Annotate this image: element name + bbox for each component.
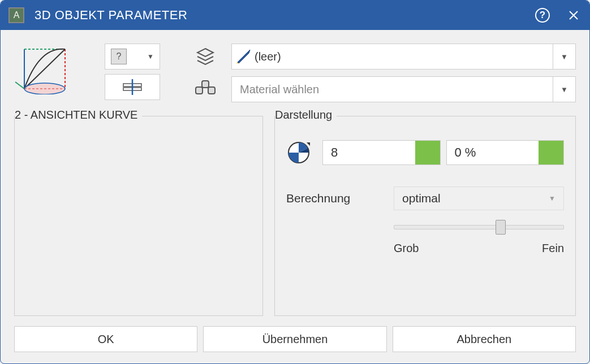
symbol-type-dropdown[interactable]: ? ▼ xyxy=(105,44,160,70)
resolution-icon xyxy=(286,140,311,165)
tool-buttons: ? ▼ xyxy=(105,44,160,102)
chevron-down-icon: ▼ xyxy=(549,194,555,202)
window-title: 3D OBJEKT PARAMETER xyxy=(35,8,535,23)
help-button[interactable]: ? xyxy=(535,8,550,23)
detail-slider-area: Grob Fein xyxy=(394,225,564,255)
percent-stepper[interactable] xyxy=(539,141,563,164)
resolution-value: 8 xyxy=(323,145,338,160)
material-select[interactable]: Material wählen ▼ xyxy=(231,76,576,102)
resolution-inputs: 8 0 % xyxy=(322,140,564,165)
slider-labels: Grob Fein xyxy=(394,242,564,255)
app-icon: A xyxy=(8,7,24,23)
section-icon xyxy=(121,79,144,95)
darstellung-legend: Darstellung xyxy=(275,109,337,122)
berechnung-label: Berechnung xyxy=(286,192,371,205)
slider-right-label: Fein xyxy=(542,242,564,255)
percent-input[interactable]: 0 % xyxy=(446,140,565,165)
svg-rect-6 xyxy=(208,87,215,94)
resolution-stepper[interactable] xyxy=(415,141,440,164)
main-row: 2 - ANSICHTEN KURVE Darstellung xyxy=(14,116,576,316)
top-left-group: ? ▼ xyxy=(14,44,160,102)
berechnung-value: optimal xyxy=(402,192,441,205)
question-icon: ? xyxy=(111,49,127,64)
views-legend: 2 - ANSICHTEN KURVE xyxy=(15,109,142,122)
top-right-group: (leer) ▼ Material wählen ▼ xyxy=(194,44,576,102)
svg-rect-4 xyxy=(202,81,209,88)
layer-row: (leer) ▼ xyxy=(194,44,576,70)
material-row: Material wählen ▼ xyxy=(194,76,576,102)
apply-button[interactable]: Übernehmen xyxy=(203,326,386,352)
app-icon-letter: A xyxy=(14,10,20,20)
views-fieldset: 2 - ANSICHTEN KURVE xyxy=(14,116,263,316)
material-icon xyxy=(194,78,217,101)
brush-icon xyxy=(232,44,255,70)
ok-button[interactable]: OK xyxy=(14,326,197,352)
cancel-button[interactable]: Abbrechen xyxy=(393,326,576,352)
dialog-content: ? ▼ xyxy=(1,30,589,363)
layer-select-label: (leer) xyxy=(255,50,281,63)
layer-select[interactable]: (leer) ▼ xyxy=(231,44,576,70)
title-bar: A 3D OBJEKT PARAMETER ? xyxy=(1,1,589,30)
dialog-window: A 3D OBJEKT PARAMETER ? xyxy=(0,0,590,364)
section-tool-button[interactable] xyxy=(105,74,160,100)
svg-point-0 xyxy=(24,83,65,94)
top-row: ? ▼ xyxy=(14,44,576,102)
chevron-down-icon: ▼ xyxy=(147,53,154,60)
detail-slider-thumb[interactable] xyxy=(496,220,506,235)
slider-left-label: Grob xyxy=(394,242,419,255)
darstellung-fieldset: Darstellung 8 xyxy=(274,116,576,316)
berechnung-select[interactable]: optimal ▼ xyxy=(394,187,564,210)
detail-slider[interactable] xyxy=(394,225,564,229)
resolution-input[interactable]: 8 xyxy=(322,140,441,165)
material-select-placeholder: Material wählen xyxy=(232,83,319,96)
berechnung-row: Berechnung optimal ▼ xyxy=(286,187,564,210)
layers-icon xyxy=(194,45,217,68)
chevron-down-icon: ▼ xyxy=(553,44,575,70)
close-icon xyxy=(569,10,579,20)
svg-rect-5 xyxy=(196,87,203,94)
close-button[interactable] xyxy=(566,7,582,23)
percent-value: 0 % xyxy=(447,145,476,160)
resolution-row: 8 0 % xyxy=(286,140,564,165)
object-preview-icon xyxy=(14,44,71,94)
action-buttons: OK Übernehmen Abbrechen xyxy=(14,326,576,352)
chevron-down-icon: ▼ xyxy=(553,76,575,102)
